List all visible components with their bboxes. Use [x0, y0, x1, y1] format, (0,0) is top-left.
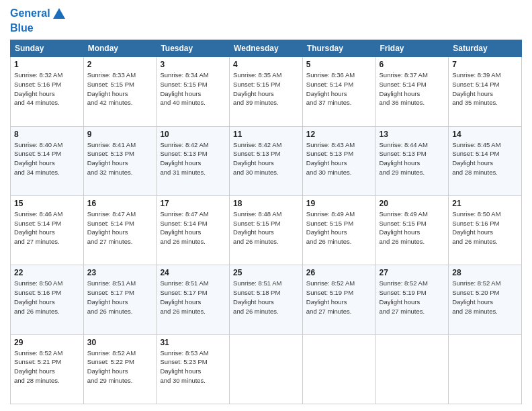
day-number: 7 — [452, 60, 518, 69]
daylight-label: Daylight hours — [380, 228, 420, 236]
logo: General Blue — [10, 7, 66, 34]
daylight-value: and 27 minutes. — [380, 308, 425, 315]
sunset-label: Sunset: 5:14 PM — [306, 81, 353, 88]
daylight-value: and 26 minutes. — [233, 238, 279, 245]
day-number: 15 — [14, 199, 80, 208]
day-info: Sunrise: 8:52 AMSunset: 5:19 PMDaylight … — [306, 279, 372, 316]
table-cell: 8Sunrise: 8:40 AMSunset: 5:14 PMDaylight… — [11, 126, 84, 195]
day-info: Sunrise: 8:49 AMSunset: 5:15 PMDaylight … — [380, 210, 445, 246]
table-cell: 16Sunrise: 8:47 AMSunset: 5:14 PMDayligh… — [83, 195, 157, 265]
sunrise-label: Sunrise: 8:53 AM — [160, 349, 208, 357]
daylight-value: and 26 minutes. — [14, 308, 60, 315]
day-number: 2 — [87, 60, 153, 69]
sunrise-label: Sunrise: 8:34 AM — [160, 71, 208, 79]
sunrise-label: Sunrise: 8:51 AM — [87, 279, 136, 287]
svg-marker-0 — [53, 8, 65, 19]
sunset-label: Sunset: 5:16 PM — [452, 220, 499, 227]
daylight-label: Daylight hours — [233, 298, 274, 306]
table-cell: 30Sunrise: 8:52 AMSunset: 5:22 PMDayligh… — [83, 334, 157, 404]
daylight-value: and 26 minutes. — [452, 238, 498, 245]
daylight-label: Daylight hours — [14, 228, 55, 236]
sunset-label: Sunset: 5:13 PM — [233, 150, 280, 157]
day-info: Sunrise: 8:51 AMSunset: 5:18 PMDaylight … — [233, 279, 299, 316]
day-info: Sunrise: 8:42 AMSunset: 5:13 PMDaylight … — [160, 140, 226, 177]
day-info: Sunrise: 8:48 AMSunset: 5:15 PMDaylight … — [233, 210, 299, 246]
day-info: Sunrise: 8:34 AMSunset: 5:15 PMDaylight … — [160, 71, 226, 107]
day-info: Sunrise: 8:47 AMSunset: 5:14 PMDaylight … — [87, 210, 153, 246]
day-info: Sunrise: 8:52 AMSunset: 5:22 PMDaylight … — [87, 349, 153, 385]
day-number: 3 — [160, 60, 226, 69]
sunset-label: Sunset: 5:14 PM — [14, 220, 61, 227]
day-number: 31 — [160, 338, 226, 347]
daylight-label: Daylight hours — [14, 367, 55, 375]
day-number: 13 — [380, 130, 445, 139]
day-info: Sunrise: 8:47 AMSunset: 5:14 PMDaylight … — [160, 210, 226, 246]
day-number: 21 — [452, 199, 518, 208]
sunset-label: Sunset: 5:21 PM — [14, 358, 61, 365]
sunset-label: Sunset: 5:17 PM — [87, 289, 134, 296]
day-number: 9 — [87, 130, 153, 139]
col-friday: Friday — [375, 40, 449, 57]
sunrise-label: Sunrise: 8:49 AM — [306, 210, 355, 218]
daylight-value: and 26 minutes. — [380, 238, 425, 245]
day-info: Sunrise: 8:51 AMSunset: 5:17 PMDaylight … — [87, 279, 153, 316]
table-cell: 31Sunrise: 8:53 AMSunset: 5:23 PMDayligh… — [157, 334, 230, 404]
day-number: 23 — [87, 268, 153, 277]
daylight-value: and 28 minutes. — [14, 377, 60, 384]
daylight-label: Daylight hours — [306, 228, 347, 236]
daylight-value: and 26 minutes. — [160, 238, 206, 245]
day-number: 28 — [452, 268, 518, 277]
calendar-row: 22Sunrise: 8:50 AMSunset: 5:16 PMDayligh… — [11, 265, 522, 334]
daylight-label: Daylight hours — [233, 159, 274, 167]
sunrise-label: Sunrise: 8:50 AM — [452, 210, 500, 218]
sunrise-label: Sunrise: 8:52 AM — [452, 279, 500, 287]
sunrise-label: Sunrise: 8:51 AM — [160, 279, 208, 287]
sunset-label: Sunset: 5:19 PM — [306, 289, 353, 296]
table-cell: 26Sunrise: 8:52 AMSunset: 5:19 PMDayligh… — [302, 265, 375, 334]
sunrise-label: Sunrise: 8:44 AM — [380, 141, 428, 148]
daylight-value: and 28 minutes. — [452, 169, 498, 176]
header-row: Sunday Monday Tuesday Wednesday Thursday… — [11, 40, 522, 57]
day-info: Sunrise: 8:44 AMSunset: 5:13 PMDaylight … — [380, 140, 445, 177]
day-info: Sunrise: 8:39 AMSunset: 5:14 PMDaylight … — [452, 71, 518, 107]
sunrise-label: Sunrise: 8:32 AM — [14, 71, 62, 79]
daylight-label: Daylight hours — [87, 228, 128, 236]
sunrise-label: Sunrise: 8:43 AM — [306, 141, 355, 148]
sunrise-label: Sunrise: 8:42 AM — [160, 141, 208, 148]
sunrise-label: Sunrise: 8:47 AM — [87, 210, 136, 218]
daylight-label: Daylight hours — [306, 159, 347, 167]
table-cell: 4Sunrise: 8:35 AMSunset: 5:15 PMDaylight… — [230, 57, 303, 126]
day-info: Sunrise: 8:53 AMSunset: 5:23 PMDaylight … — [160, 349, 226, 385]
daylight-label: Daylight hours — [380, 159, 420, 167]
table-cell: 6Sunrise: 8:37 AMSunset: 5:14 PMDaylight… — [375, 57, 449, 126]
day-info: Sunrise: 8:49 AMSunset: 5:15 PMDaylight … — [306, 210, 372, 246]
day-number: 19 — [306, 199, 372, 208]
table-cell: 21Sunrise: 8:50 AMSunset: 5:16 PMDayligh… — [449, 195, 522, 265]
day-info: Sunrise: 8:35 AMSunset: 5:15 PMDaylight … — [233, 71, 299, 107]
day-number: 30 — [87, 338, 153, 347]
daylight-value: and 37 minutes. — [306, 99, 352, 106]
page: General Blue Sunday Monday Tuesday Wedne… — [0, 0, 532, 411]
sunset-label: Sunset: 5:13 PM — [380, 150, 427, 157]
sunset-label: Sunset: 5:15 PM — [306, 220, 353, 227]
sunrise-label: Sunrise: 8:39 AM — [452, 71, 500, 79]
sunrise-label: Sunrise: 8:40 AM — [14, 141, 62, 148]
daylight-label: Daylight hours — [452, 90, 493, 97]
sunrise-label: Sunrise: 8:52 AM — [306, 279, 355, 287]
day-number: 12 — [306, 130, 372, 139]
table-cell: 28Sunrise: 8:52 AMSunset: 5:20 PMDayligh… — [449, 265, 522, 334]
daylight-label: Daylight hours — [306, 90, 347, 97]
table-cell: 19Sunrise: 8:49 AMSunset: 5:15 PMDayligh… — [302, 195, 375, 265]
day-info: Sunrise: 8:41 AMSunset: 5:13 PMDaylight … — [87, 140, 153, 177]
table-cell: 9Sunrise: 8:41 AMSunset: 5:13 PMDaylight… — [83, 126, 157, 195]
sunrise-label: Sunrise: 8:51 AM — [233, 279, 281, 287]
sunset-label: Sunset: 5:14 PM — [14, 150, 61, 157]
day-info: Sunrise: 8:50 AMSunset: 5:16 PMDaylight … — [452, 210, 518, 246]
daylight-label: Daylight hours — [452, 159, 493, 167]
table-cell — [302, 334, 375, 404]
sunrise-label: Sunrise: 8:50 AM — [14, 279, 62, 287]
daylight-value: and 28 minutes. — [452, 308, 498, 315]
day-info: Sunrise: 8:52 AMSunset: 5:19 PMDaylight … — [380, 279, 445, 316]
sunrise-label: Sunrise: 8:48 AM — [233, 210, 281, 218]
table-cell: 15Sunrise: 8:46 AMSunset: 5:14 PMDayligh… — [11, 195, 84, 265]
